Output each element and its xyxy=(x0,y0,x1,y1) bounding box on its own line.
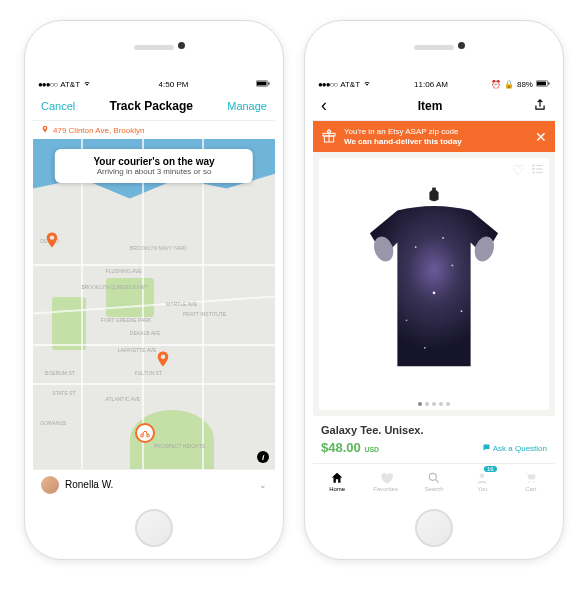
map-label-lafayette: LAFAYETTE AVE xyxy=(118,347,157,353)
banner-line2: We can hand-deliver this today xyxy=(344,137,528,147)
home-button[interactable] xyxy=(135,509,173,547)
svg-point-10 xyxy=(532,165,534,167)
avatar xyxy=(41,476,59,494)
manage-button[interactable]: Manage xyxy=(227,100,267,112)
product-graphic xyxy=(342,183,526,384)
list-icon[interactable] xyxy=(531,162,545,179)
gift-icon xyxy=(321,128,337,146)
svg-rect-2 xyxy=(268,82,269,84)
alarm-icon: ⏰ xyxy=(491,80,501,89)
svg-rect-7 xyxy=(548,82,549,84)
svg-point-19 xyxy=(433,292,436,295)
map-label-boerum: BOERUM ST xyxy=(45,370,75,376)
svg-point-14 xyxy=(532,172,534,174)
svg-rect-11 xyxy=(536,165,543,166)
pager-dots xyxy=(418,402,450,406)
map-bg: DUMBO Brooklyn Navy Yard FLUSHING AVE BR… xyxy=(33,139,275,469)
signal-dots-icon: ●●●○○ xyxy=(318,80,337,89)
banner-line1: You're in an Etsy ASAP zip code xyxy=(344,127,528,137)
svg-point-21 xyxy=(461,311,463,313)
item-area: ♡ xyxy=(313,152,555,463)
cancel-button[interactable]: Cancel xyxy=(41,100,75,112)
tracking-bubble: Your courier's on the way Arriving in ab… xyxy=(55,149,253,183)
tab-home[interactable]: Home xyxy=(313,464,361,499)
status-bar: ●●●○○ AT&T 11:06 AM ⏰ 🔒 88% xyxy=(313,77,555,91)
tab-favorites[interactable]: Favorites xyxy=(361,464,409,499)
item-image[interactable]: ♡ xyxy=(319,158,549,410)
svg-point-22 xyxy=(424,347,426,349)
tab-bar: Home Favorites Search 16 You Cart xyxy=(313,463,555,499)
battery-pct-label: 88% xyxy=(517,80,533,89)
nav-title: Item xyxy=(418,99,443,113)
svg-point-18 xyxy=(451,265,453,267)
svg-rect-6 xyxy=(537,81,546,85)
battery-icon xyxy=(256,80,270,89)
share-button[interactable] xyxy=(533,98,547,114)
pin-icon xyxy=(41,125,49,135)
address-row[interactable]: 479 Clinton Ave, Brooklyn xyxy=(33,121,275,139)
bubble-title: Your courier's on the way xyxy=(67,156,241,167)
chevron-down-icon: ⌄ xyxy=(259,480,267,490)
map-label-flushing: FLUSHING AVE xyxy=(106,268,142,274)
map-label-dekalb: DEKALB AVE xyxy=(130,330,160,336)
nav-bar: ‹ Item xyxy=(313,91,555,121)
item-info: Galaxy Tee. Unisex. $48.00 USD Ask a Que… xyxy=(313,416,555,463)
home-button[interactable] xyxy=(415,509,453,547)
item-title: Galaxy Tee. Unisex. xyxy=(321,424,547,436)
svg-rect-13 xyxy=(536,169,543,170)
map-label-navy: Brooklyn Navy Yard xyxy=(130,245,187,251)
phone-right: ●●●○○ AT&T 11:06 AM ⏰ 🔒 88% ‹ Item xyxy=(304,20,564,560)
status-bar: ●●●○○ AT&T 4:50 PM xyxy=(33,77,275,91)
svg-point-20 xyxy=(406,320,408,322)
svg-rect-1 xyxy=(257,81,267,85)
map-label-pratt: Pratt Institute xyxy=(183,311,226,317)
tab-cart[interactable]: Cart xyxy=(507,464,555,499)
screen-track: ●●●○○ AT&T 4:50 PM Cancel Track Package … xyxy=(33,77,275,499)
svg-point-12 xyxy=(532,168,534,170)
clock-label: 4:50 PM xyxy=(159,80,189,89)
destination-pin-icon[interactable] xyxy=(154,350,172,368)
svg-point-29 xyxy=(533,481,535,483)
origin-pin-icon[interactable] xyxy=(43,231,61,249)
signal-dots-icon: ●●●○○ xyxy=(38,80,57,89)
svg-point-27 xyxy=(480,473,485,478)
tab-search[interactable]: Search xyxy=(410,464,458,499)
svg-rect-15 xyxy=(536,172,543,173)
map[interactable]: DUMBO Brooklyn Navy Yard FLUSHING AVE BR… xyxy=(33,139,275,469)
svg-point-23 xyxy=(442,237,444,239)
screen-item: ●●●○○ AT&T 11:06 AM ⏰ 🔒 88% ‹ Item xyxy=(313,77,555,499)
chat-icon xyxy=(482,443,491,454)
map-info-button[interactable]: i xyxy=(257,451,269,463)
back-button[interactable]: ‹ xyxy=(321,95,327,116)
courier-row[interactable]: Ronella W. ⌄ xyxy=(33,469,275,499)
carrier-label: AT&T xyxy=(60,80,80,89)
map-label-ftgreene: Fort Greene Park xyxy=(101,317,152,323)
nav-title: Track Package xyxy=(110,99,193,113)
tab-you[interactable]: 16 You xyxy=(458,464,506,499)
wifi-icon xyxy=(83,79,91,89)
ask-question-button[interactable]: Ask a Question xyxy=(482,443,547,454)
map-label-gowanus: Gowanus xyxy=(40,420,66,426)
svg-point-26 xyxy=(429,473,436,480)
svg-point-28 xyxy=(528,481,530,483)
svg-point-17 xyxy=(415,247,417,249)
battery-icon xyxy=(536,80,550,89)
courier-marker-icon[interactable] xyxy=(135,423,155,443)
carrier-label: AT&T xyxy=(340,80,360,89)
map-label-atlantic: ATLANTIC AVE xyxy=(106,396,141,402)
clock-label: 11:06 AM xyxy=(414,80,448,89)
close-icon[interactable]: ✕ xyxy=(535,129,547,145)
map-label-statest: STATE ST xyxy=(52,390,75,396)
heart-icon[interactable]: ♡ xyxy=(512,162,525,178)
map-label-bkexwy: BROOKLYN-QUEENS EXWY xyxy=(81,284,147,290)
orientation-lock-icon: 🔒 xyxy=(504,80,514,89)
map-label-fulton: FULTON ST xyxy=(135,370,162,376)
nav-bar: Cancel Track Package Manage xyxy=(33,91,275,121)
map-label-myrtle: MYRTLE AVE xyxy=(166,301,197,307)
map-label-prospect: Prospect Heights xyxy=(154,443,205,449)
svg-rect-16 xyxy=(432,188,436,195)
asap-banner: You're in an Etsy ASAP zip code We can h… xyxy=(313,121,555,152)
address-label: 479 Clinton Ave, Brooklyn xyxy=(53,126,144,135)
bubble-subtitle: Arriving in about 3 minutes or so xyxy=(67,167,241,176)
wifi-icon xyxy=(363,79,371,89)
